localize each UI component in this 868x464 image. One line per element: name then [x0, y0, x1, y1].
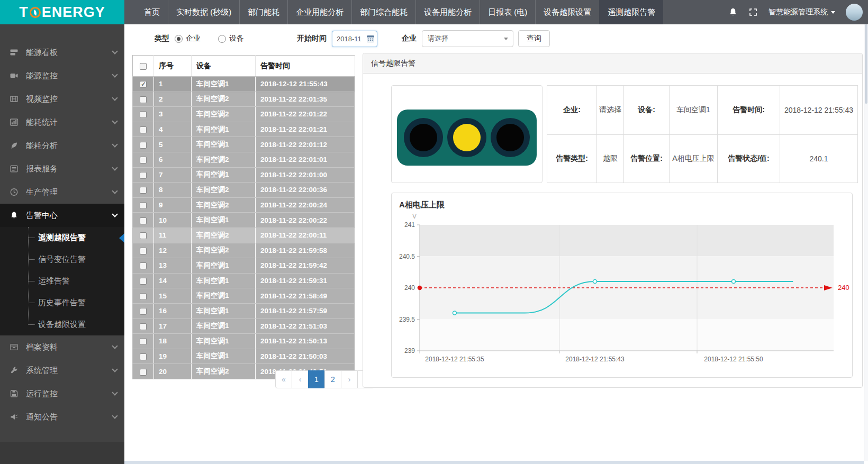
row-checkbox[interactable]	[140, 232, 147, 239]
horizontal-scrollbar[interactable]	[124, 461, 864, 464]
sidebar-item[interactable]: 系统管理	[0, 359, 124, 382]
table-row[interactable]: 10车间空调12018-11-22 22:00:22	[133, 213, 355, 228]
row-checkbox[interactable]	[140, 187, 147, 194]
sidebar-item[interactable]: 能源监控	[0, 64, 124, 87]
row-checkbox[interactable]	[140, 323, 147, 330]
row-checkbox[interactable]	[140, 142, 147, 149]
nav-tab[interactable]: 设备越限设置	[535, 0, 599, 24]
query-button[interactable]: 查询	[518, 30, 550, 47]
table-row[interactable]: 2车间空调22018-11-22 22:01:35	[133, 92, 355, 107]
user-menu[interactable]: 智慧能源管理系统	[768, 7, 835, 17]
submenu-item[interactable]: 运维告警	[0, 270, 124, 292]
nav-tab[interactable]: 实时数据 (秒级)	[168, 0, 239, 24]
row-checkbox[interactable]	[140, 338, 147, 345]
row-checkbox[interactable]	[140, 217, 147, 224]
sidebar-item-label: 生产管理	[26, 187, 113, 197]
row-checkbox[interactable]	[140, 262, 147, 269]
sidebar-item[interactable]: 生产管理	[0, 180, 124, 204]
radio-option-enterprise[interactable]: 企业	[175, 34, 201, 43]
table-row[interactable]: 3车间空调22018-11-22 22:01:22	[133, 107, 355, 122]
table-row[interactable]: 11车间空调22018-11-22 22:00:11	[133, 228, 355, 243]
page-nav-button[interactable]: «	[275, 370, 292, 388]
svg-text:239.5: 239.5	[399, 316, 415, 323]
enterprise-select[interactable]: 请选择	[422, 30, 513, 47]
page-number-button[interactable]: 1	[308, 370, 325, 388]
table-row[interactable]: 13车间空调12018-11-22 21:59:42	[133, 258, 355, 274]
nav-tab[interactable]: 日报表 (电)	[480, 0, 535, 24]
row-checkbox[interactable]	[140, 172, 147, 179]
cell-time: 2018-11-22 22:01:22	[256, 107, 355, 122]
vertical-scrollbar[interactable]	[864, 24, 868, 461]
row-checkbox[interactable]	[140, 293, 147, 300]
sidebar-item[interactable]: 告警中心	[0, 204, 124, 227]
submenu-item[interactable]: 信号变位告警	[0, 249, 124, 270]
table-row[interactable]: 8车间空调22018-11-22 22:00:36	[133, 183, 355, 198]
sidebar-item[interactable]: 报表服务	[0, 157, 124, 180]
table-row[interactable]: 19车间空调12018-11-22 21:50:03	[133, 349, 355, 364]
svg-text:2018-12-12 21:55:43: 2018-12-12 21:55:43	[565, 356, 625, 363]
scrollbar-thumb[interactable]	[865, 24, 867, 104]
cell-no: 6	[154, 152, 192, 167]
notification-bell-icon[interactable]	[728, 7, 738, 17]
table-row[interactable]: 6车间空调22018-11-22 22:01:01	[133, 152, 355, 167]
chevron-down-icon	[112, 366, 117, 372]
sidebar-item[interactable]: 档案资料	[0, 335, 124, 359]
table-row[interactable]: 12车间空调22018-11-22 21:59:58	[133, 243, 355, 258]
select-all-checkbox[interactable]	[140, 63, 147, 70]
radio-icon[interactable]	[218, 35, 226, 43]
row-checkbox[interactable]	[140, 81, 147, 88]
row-checkbox[interactable]	[140, 369, 147, 376]
svg-text:2018-12-12 21:55:35: 2018-12-12 21:55:35	[425, 356, 484, 363]
row-checkbox[interactable]	[140, 157, 147, 163]
nav-tab[interactable]: 部门能耗	[239, 0, 287, 24]
calendar-icon[interactable]	[367, 35, 374, 44]
submenu-item[interactable]: 历史事件告警	[0, 292, 124, 314]
row-checkbox[interactable]	[140, 126, 147, 133]
row-checkbox[interactable]	[140, 111, 147, 118]
nav-tab[interactable]: 设备用能分析	[415, 0, 480, 24]
table-row[interactable]: 15车间空调12018-11-22 21:58:49	[133, 288, 355, 304]
radio-icon[interactable]	[175, 35, 183, 43]
table-row[interactable]: 18车间空调12018-11-22 21:50:13	[133, 334, 355, 349]
nav-tab[interactable]: 企业用能分析	[287, 0, 351, 24]
archive-icon	[10, 343, 19, 351]
page-nav-button[interactable]: ‹	[292, 370, 309, 388]
sidebar-item[interactable]: 能耗分析	[0, 134, 124, 157]
cell-time: 2018-11-22 22:00:36	[256, 183, 355, 198]
submenu-item[interactable]: 设备越限设置	[0, 314, 124, 335]
row-checkbox[interactable]	[140, 96, 147, 103]
table-row[interactable]: 5车间空调12018-11-22 22:01:12	[133, 137, 355, 152]
sidebar-item[interactable]: 运行监控	[0, 382, 124, 405]
cell-device: 车间空调2	[192, 152, 256, 167]
sidebar-item[interactable]: 通知公告	[0, 405, 124, 429]
nav-tab[interactable]: 部门综合能耗	[351, 0, 415, 24]
sidebar-item[interactable]: 视频监控	[0, 87, 124, 111]
table-row[interactable]: 16车间空调12018-11-22 21:57:59	[133, 303, 355, 319]
fullscreen-icon[interactable]	[748, 7, 758, 17]
detail-panel-title: 信号越限告警	[363, 53, 862, 74]
table-row[interactable]: 17车间空调12018-11-22 21:51:03	[133, 319, 355, 334]
chevron-down-icon	[112, 211, 117, 217]
page-nav-button[interactable]: ›	[341, 370, 358, 388]
row-checkbox[interactable]	[140, 308, 147, 315]
table-row[interactable]: 4车间空调12018-11-22 22:01:21	[133, 122, 355, 137]
page-number-button[interactable]: 2	[324, 370, 341, 388]
chevron-down-icon	[112, 71, 117, 77]
cell-no: 1	[154, 77, 192, 92]
cell-no: 13	[154, 258, 192, 274]
avatar[interactable]	[846, 4, 863, 21]
row-checkbox[interactable]	[140, 353, 147, 360]
nav-tab[interactable]: 遥测越限告警	[599, 0, 663, 24]
table-row[interactable]: 14车间空调12018-11-22 21:59:31	[133, 273, 355, 288]
row-checkbox[interactable]	[140, 248, 147, 254]
row-checkbox[interactable]	[140, 278, 147, 285]
sidebar-item[interactable]: 能耗统计	[0, 111, 124, 134]
submenu-item[interactable]: 遥测越限告警	[0, 227, 124, 249]
nav-tab[interactable]: 首页	[136, 0, 168, 24]
table-row[interactable]: 7车间空调12018-11-22 22:01:00	[133, 167, 355, 183]
row-checkbox[interactable]	[140, 202, 147, 209]
table-row[interactable]: 1车间空调12018-12-12 21:55:43	[133, 77, 355, 92]
sidebar-item[interactable]: 能源看板	[0, 41, 124, 64]
table-row[interactable]: 9车间空调22018-11-22 22:00:24	[133, 197, 355, 213]
radio-option-device[interactable]: 设备	[218, 34, 244, 43]
